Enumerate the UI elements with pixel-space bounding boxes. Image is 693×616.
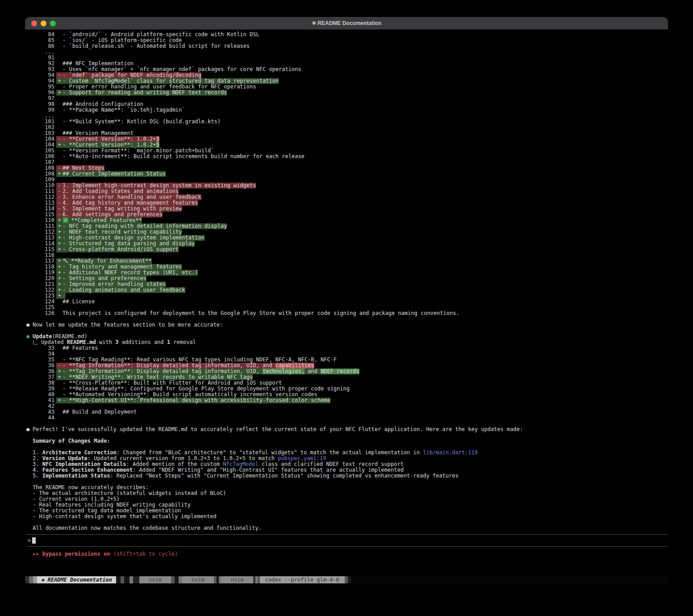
diff-marker bbox=[56, 310, 63, 316]
diff-line: 115+- Cross-platform Android/iOS support bbox=[26, 247, 668, 252]
zoom-button[interactable] bbox=[50, 21, 56, 26]
diff-text: This project is configured for deploymen… bbox=[63, 310, 459, 316]
diff-line: ... bbox=[26, 49, 668, 55]
diff-marker bbox=[56, 345, 63, 351]
text-segment: 1 bbox=[167, 339, 170, 345]
diff-band: +- Loading animations and user feedback bbox=[56, 287, 185, 293]
diff-line: 107 bbox=[26, 159, 668, 165]
diff-text: ## Current Implementation Status bbox=[63, 171, 166, 177]
diff-line: 99- **Package Name**: `io.tehj.tagadmin` bbox=[26, 107, 668, 113]
diff-marker: + bbox=[56, 171, 63, 177]
text-segment: Summary of Changes Made: bbox=[33, 438, 110, 444]
word-diff-highlight: NDEF records bbox=[321, 369, 359, 374]
diff-marker bbox=[56, 409, 63, 415]
diff-line: 108+## Current Implementation Status bbox=[26, 171, 668, 177]
diff-marker bbox=[56, 43, 63, 49]
assistant-message: ● Perfect! I've successfully updated the… bbox=[26, 427, 668, 432]
blank-line bbox=[26, 432, 668, 438]
text-segment: 5. bbox=[33, 473, 42, 479]
text-segment: Implementation Status bbox=[42, 473, 110, 479]
diff-band: - **Package Name**: `io.tehj.tagadmin` bbox=[56, 107, 185, 113]
statusbar-separator bbox=[345, 576, 348, 583]
diff-text: ## Build and Deployment bbox=[63, 409, 137, 415]
tmux-window-tab[interactable]: ✳ README Documentation bbox=[37, 576, 116, 583]
statusbar-separator bbox=[29, 576, 33, 583]
diff-text: and bbox=[305, 369, 321, 374]
spacer bbox=[39, 551, 42, 557]
diff-band: - `build_release.sh` - Automated build s… bbox=[56, 43, 250, 49]
diff-line: 123+ bbox=[26, 293, 668, 299]
diff-text: - Support for reading and writing NDEF t… bbox=[63, 90, 227, 96]
tmux-window-tab[interactable]: nvim bbox=[182, 576, 214, 583]
diff-line: 41+- **High-Contrast UI**: Professional … bbox=[26, 398, 668, 403]
statusbar-separator bbox=[133, 576, 139, 583]
traffic-lights bbox=[31, 17, 56, 29]
text-cursor bbox=[32, 537, 36, 544]
diff-marker bbox=[56, 119, 63, 125]
assistant-message-text: Perfect! I've successfully updated the R… bbox=[33, 427, 523, 432]
minimize-button[interactable] bbox=[41, 21, 46, 26]
diff-text: - **Auto-increment**: Build script incre… bbox=[63, 154, 305, 159]
diff-band: ## License bbox=[56, 299, 95, 305]
diff-band: This project is configured for deploymen… bbox=[56, 310, 459, 316]
tmux-status-bar: ✳ README Documentationnvimnvimnvimcodex … bbox=[25, 576, 668, 583]
line-number: 126 bbox=[26, 310, 54, 316]
summary-line: Summary of Changes Made: bbox=[26, 438, 668, 444]
text-segment: Update bbox=[33, 333, 52, 339]
file-link[interactable]: lib/main.dart:119 bbox=[423, 450, 478, 456]
text-segment: (README.md) bbox=[52, 333, 87, 339]
diff-text: - Loading animations and user feedback bbox=[63, 287, 185, 293]
summary-line: - The actual architecture (stateful widg… bbox=[26, 490, 668, 496]
diff-line: 96+- Support for reading and writing NDE… bbox=[26, 90, 668, 96]
diff-marker: + bbox=[56, 78, 63, 84]
tool-result-line: Updated README.md with 3 additions and 1… bbox=[26, 339, 668, 345]
diff-marker bbox=[56, 148, 63, 154]
diff-text: - `build_release.sh` - Automated build s… bbox=[63, 43, 250, 49]
diff-marker bbox=[56, 107, 63, 113]
summary-line: - High-contrast design system that's act… bbox=[26, 514, 668, 520]
text-segment: All documentation now matches the codeba… bbox=[33, 525, 262, 531]
diff-section-features: 33## Features3435- **NFC Tag Reading**: … bbox=[26, 345, 668, 421]
diff-band: - **Auto-increment**: Build script incre… bbox=[56, 154, 305, 159]
summary-line: 5. Implementation Status: Replaced "Next… bbox=[26, 473, 668, 479]
summary-section: Summary of Changes Made:1. Architecture … bbox=[26, 438, 668, 531]
diff-text: ## License bbox=[63, 299, 95, 305]
diff-marker: + bbox=[56, 90, 63, 96]
line-number: 44 bbox=[26, 415, 54, 421]
diff-band: - **Build System**: Kotlin DSL (build.gr… bbox=[56, 119, 221, 125]
diff-section-readme: 84- `android/` - Android platform-specif… bbox=[26, 32, 668, 316]
diff-marker: + bbox=[56, 398, 63, 403]
diff-marker bbox=[56, 101, 63, 107]
prompt-input[interactable]: > bbox=[26, 534, 668, 547]
diff-marker bbox=[56, 386, 63, 392]
text-segment: - High-contrast design system that's act… bbox=[33, 514, 217, 520]
window-title: ✳ README Documentation bbox=[312, 20, 381, 26]
diff-text: - **High-Contrast UI**: Professional des… bbox=[63, 398, 330, 403]
assistant-message: ● Now let me update the features section… bbox=[26, 322, 668, 328]
diff-line: 126This project is configured for deploy… bbox=[26, 310, 668, 316]
statusbar-separator bbox=[179, 576, 182, 583]
diff-line: 33## Features bbox=[26, 345, 668, 351]
tool-call-bullet-icon: ● bbox=[26, 334, 33, 339]
window-titlebar: ✳ README Documentation bbox=[25, 17, 668, 29]
diff-line: 86- `build_release.sh` - Automated build… bbox=[26, 43, 668, 49]
elbow-icon bbox=[33, 340, 38, 344]
diff-band: +- **High-Contrast UI**: Professional de… bbox=[56, 398, 330, 403]
close-button[interactable] bbox=[31, 21, 37, 26]
diff-text: - **Package Name**: `io.tehj.tagadmin` bbox=[63, 107, 185, 113]
check-icon: ✓ bbox=[63, 218, 68, 223]
diff-marker: + bbox=[56, 374, 63, 380]
diff-marker bbox=[56, 154, 63, 159]
diff-marker: + bbox=[56, 247, 63, 252]
tmux-window-tab[interactable]: nvim bbox=[139, 576, 171, 583]
diff-line: 44 bbox=[26, 415, 668, 421]
tmux-window-tab[interactable]: codex --profile glm-4-6 bbox=[260, 576, 345, 583]
diff-text: ## Features bbox=[63, 345, 98, 351]
permission-hint: (shift+tab to cycle) bbox=[110, 551, 178, 557]
tmux-window-tab[interactable]: nvim bbox=[221, 576, 253, 583]
diff-marker: + bbox=[56, 293, 63, 299]
permission-mode-text: bypass permissions on bbox=[42, 551, 110, 557]
diff-band: +## Current Implementation Status bbox=[56, 171, 166, 177]
message-bullet-icon: ● bbox=[26, 322, 33, 328]
word-diff-highlight: technologies, bbox=[263, 369, 305, 374]
